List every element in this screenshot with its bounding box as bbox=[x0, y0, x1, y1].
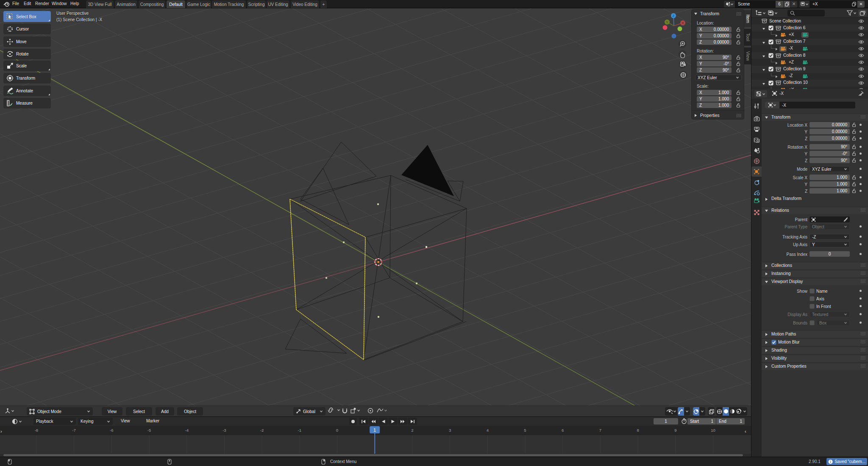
svg-text:-4: -4 bbox=[185, 428, 188, 433]
svg-text:6: 6 bbox=[562, 428, 564, 433]
svg-text:-8: -8 bbox=[35, 428, 38, 433]
svg-text:-6: -6 bbox=[110, 428, 113, 433]
svg-text:7: 7 bbox=[599, 428, 601, 433]
svg-text:5: 5 bbox=[524, 428, 526, 433]
svg-text:-2: -2 bbox=[260, 428, 264, 433]
svg-text:-7: -7 bbox=[72, 428, 75, 433]
svg-text:1: 1 bbox=[373, 427, 376, 433]
svg-text:2: 2 bbox=[411, 428, 413, 433]
svg-text:10: 10 bbox=[711, 428, 715, 433]
svg-text:-3: -3 bbox=[223, 428, 226, 433]
svg-text:8: 8 bbox=[637, 428, 639, 433]
svg-text:4: 4 bbox=[487, 428, 489, 433]
svg-text:-1: -1 bbox=[298, 428, 301, 433]
svg-text:Z: Z bbox=[673, 14, 675, 18]
svg-text:Y: Y bbox=[666, 20, 668, 24]
svg-text:0: 0 bbox=[336, 428, 338, 433]
svg-text:-5: -5 bbox=[147, 428, 151, 433]
svg-text:X: X bbox=[682, 21, 684, 25]
svg-text:9: 9 bbox=[674, 428, 676, 433]
svg-text:3: 3 bbox=[449, 428, 451, 433]
